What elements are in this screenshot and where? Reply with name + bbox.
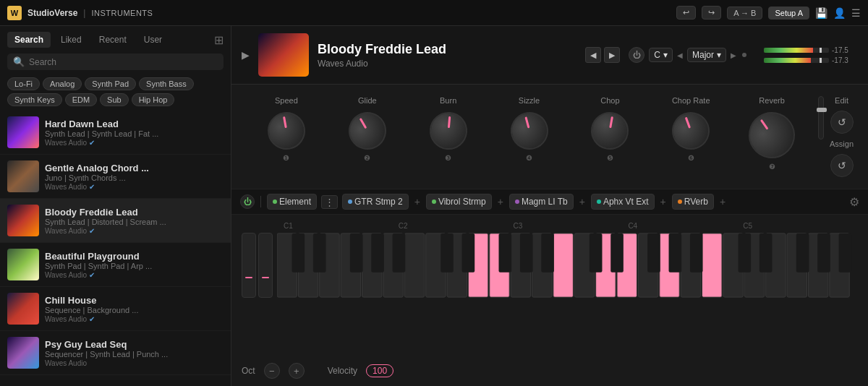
author-name: Waves Audio [45,139,87,147]
octave-label-c5: C5 [743,222,858,230]
preset-tags: Synth Pad | Synth Pad | Arp ... [45,262,224,270]
filter-hip-hop[interactable]: Hip Hop [132,93,175,106]
fx-plus-2[interactable]: + [496,196,505,207]
preset-author: Waves Audio ✔ [45,183,224,191]
keyboard-wrapper: .wk { fill: #2a2a2a; stroke: #3a3a3a; st… [242,233,858,357]
assign-button[interactable]: ↺ [830,154,854,177]
knob-num-burn: ❸ [445,154,451,162]
fx-name-element: Element [279,197,311,207]
redo-button[interactable]: ↪ [702,6,721,20]
next-button[interactable]: ▶ [604,47,620,63]
knob-label-chop-rate: Chop Rate [672,96,710,105]
svg-rect-34 [499,233,512,273]
oct-up-button[interactable]: + [289,363,305,379]
preset-item[interactable]: Psy Guy Lead Seq Sequencer | Synth Lead … [0,331,231,375]
svg-rect-33 [462,233,475,273]
knob-chop-rate[interactable] [667,107,715,155]
fx-add-1[interactable]: ⋮ [321,195,338,209]
fx-plus-3[interactable]: + [578,196,587,207]
preset-item[interactable]: Hard Dawn Lead Synth Lead | Synth Lead |… [0,111,231,155]
fx-plus-4[interactable]: + [659,196,668,207]
preset-item[interactable]: Bloody Freddie Lead Synth Lead | Distort… [0,199,231,243]
scale-right-arrow[interactable]: ▶ [731,51,736,59]
svg-rect-29 [350,233,363,273]
fx-dot-aphx [597,200,601,204]
knob-group-sizzle: Sizzle ❹ [489,96,570,162]
key-selector[interactable]: C ▾ [649,48,673,62]
key-left-arrow[interactable]: ◀ [677,51,683,59]
oct-down-button[interactable]: − [264,363,280,379]
key-power-button[interactable]: ⏻ [629,47,644,63]
preset-list: Hard Dawn Lead Synth Lead | Synth Lead |… [0,111,231,386]
preset-tags: Sequence | Background ... [45,306,224,314]
scale-selector[interactable]: Major ▾ [687,48,726,62]
knob-glide[interactable] [341,105,393,156]
preset-item[interactable]: Chill House Sequence | Background ... Wa… [0,287,231,331]
nav-prev-icon[interactable]: ▶ [242,49,250,61]
search-bar: 🔍 [7,53,224,70]
fx-plus-1[interactable]: + [413,196,422,207]
topbar-section: INSTRUMENTS [91,9,153,17]
reverb-slider[interactable] [818,96,824,140]
knob-sizzle[interactable] [506,108,553,154]
fx-plugin-aphx[interactable]: Aphx Vt Ext [591,194,655,210]
author-name: Waves Audio [45,183,87,191]
edit-button[interactable]: ↺ [830,111,854,134]
fx-power-button[interactable]: ⏻ [240,194,255,209]
tab-add-icon[interactable]: ⊞ [214,33,224,47]
filter-sub[interactable]: Sub [100,93,129,106]
fx-plugin-element[interactable]: Element [267,194,317,210]
filter-synth-pad[interactable]: Synth Pad [85,77,136,90]
search-input[interactable] [29,57,218,67]
fx-plugin-rverb[interactable]: RVerb [672,194,714,210]
undo-button[interactable]: ↩ [676,6,696,20]
svg-rect-41 [690,233,703,273]
preset-item[interactable]: Gentle Analog Chord ... Juno | Synth Cho… [0,155,231,199]
menu-icon[interactable]: ☰ [851,7,861,19]
tab-search[interactable]: Search [7,32,51,48]
filter-lofi[interactable]: Lo-Fi [7,77,40,90]
svg-rect-37 [590,233,603,273]
fx-plugin-vibrol[interactable]: Vibrol Strmp [426,194,492,210]
instrument-author: Waves Audio [318,59,576,69]
preset-thumbnail [7,337,39,369]
svg-rect-13 [553,233,573,297]
velocity-value[interactable]: 100 [366,364,393,377]
filter-synth-bass[interactable]: Synth Bass [139,77,194,90]
knob-group-glide: Glide ❷ [327,96,408,162]
tab-recent[interactable]: Recent [92,32,134,48]
preset-name: Bloody Freddie Lead [45,207,224,218]
knob-num-reverb: ❼ [769,163,775,171]
user-icon[interactable]: 👤 [833,7,846,19]
key-controls: ⏻ C ▾ ◀ Major ▾ ▶ [629,47,748,63]
knob-reverb[interactable] [740,103,804,167]
piano-svg[interactable]: .wk { fill: #2a2a2a; stroke: #3a3a3a; st… [277,233,858,298]
knobs-area: Speed ❶ Glide ❷ Burn ❸ Sizzle ❹ Chop [231,85,868,189]
mod-strip[interactable] [258,233,273,298]
pitch-strip[interactable] [242,233,256,298]
fx-plugin-gtr[interactable]: GTR Stmp 2 [342,194,409,210]
prev-button[interactable]: ◀ [585,47,601,63]
fx-plus-5[interactable]: + [718,196,727,207]
filter-analog[interactable]: Analog [43,77,82,90]
knob-speed[interactable] [265,109,308,153]
tab-user[interactable]: User [137,32,169,48]
save-icon[interactable]: 💾 [815,7,827,19]
setup-button[interactable]: Setup A [768,7,809,20]
level-meter: -17.5 -17.3 [764,46,858,64]
route-button[interactable]: A → B [727,7,762,20]
level-value-top: -17.5 [832,46,858,54]
fx-settings-icon[interactable]: ⚙ [849,195,859,209]
knob-group-burn: Burn ❸ [408,96,489,162]
filter-edm[interactable]: EDM [65,93,97,106]
knob-chop[interactable] [588,109,631,153]
fx-plugin-magm[interactable]: Magm LI Tb [509,194,574,210]
preset-item[interactable]: Beautiful Playground Synth Pad | Synth P… [0,243,231,287]
filter-synth-keys[interactable]: Synth Keys [7,93,62,106]
knob-label-burn: Burn [440,96,456,105]
scale-value: Major [692,50,714,60]
knob-burn[interactable] [427,111,468,151]
sidebar: Search Liked Recent User ⊞ 🔍 Lo-Fi Analo… [0,26,231,386]
svg-rect-20 [702,233,722,297]
tab-liked[interactable]: Liked [54,32,89,48]
